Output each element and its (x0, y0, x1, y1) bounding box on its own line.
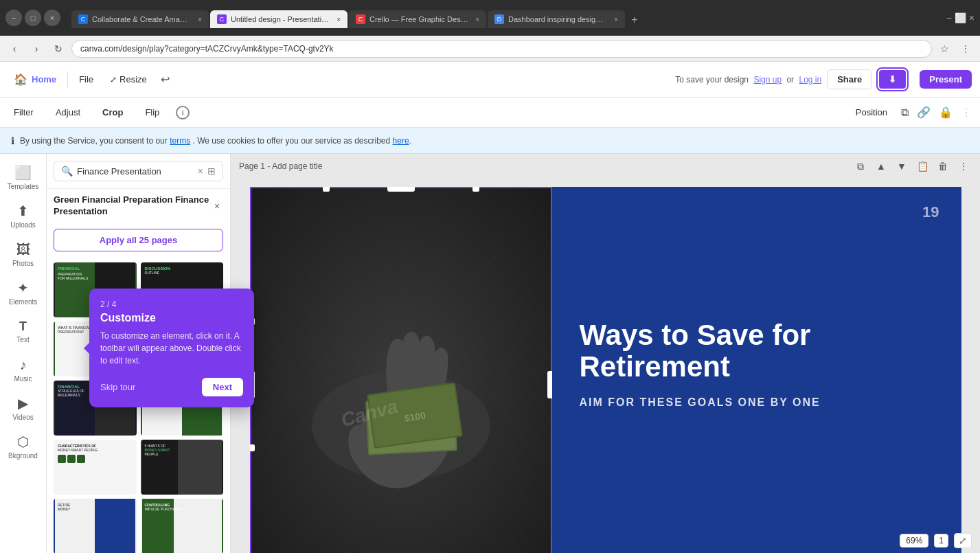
templates-icon: ⬜ (14, 164, 32, 181)
page-down-button[interactable]: ▼ (893, 158, 910, 174)
tab-2-close[interactable]: × (337, 16, 341, 23)
share-button[interactable]: Share (827, 69, 872, 89)
address-input[interactable] (71, 40, 932, 58)
link-icon[interactable]: 🔗 (917, 106, 931, 119)
slide[interactable]: $100 $100 Canva (249, 185, 963, 553)
maximize-window[interactable]: ⬜ (955, 12, 966, 23)
tooltip-description: To customize an element, click on it. A … (100, 330, 243, 367)
resize-button[interactable]: ⤢ Resize (104, 71, 152, 87)
left-panel: 🔍 × ⊞ Green Financial Preparation Financ… (47, 154, 231, 553)
sidebar-item-photos[interactable]: 🖼 Photos (5, 236, 41, 272)
template-thumb-10[interactable]: CONTROLLING IMPULSE PURCHASES (141, 499, 224, 553)
info-icon[interactable]: i (176, 106, 190, 120)
more-page-options-button[interactable]: ⋮ (955, 158, 972, 174)
tab-4[interactable]: D Dashboard inspiring designs - G... × (488, 10, 625, 28)
page-label[interactable]: Page 1 - Add page title (239, 161, 322, 171)
panel-close-button[interactable]: × (211, 198, 223, 214)
apply-all-button[interactable]: Apply all 25 pages (54, 229, 223, 251)
flip-tool-button[interactable]: Flip (139, 104, 165, 120)
music-icon: ♪ (20, 357, 27, 373)
sign-up-link[interactable]: Sign up (753, 75, 782, 84)
crop-tool-button[interactable]: Crop (97, 104, 128, 120)
lock-icon[interactable]: 🔒 (939, 106, 953, 119)
tab-3[interactable]: C Crello — Free Graphic Design So... × (349, 10, 486, 28)
zoom-level[interactable]: 69% (900, 534, 928, 548)
toolbar-divider-1 (67, 71, 68, 88)
here-link[interactable]: here (393, 136, 409, 146)
file-menu-button[interactable]: File (73, 71, 99, 87)
back-button[interactable]: ‹ (5, 40, 23, 58)
copy-page-button[interactable]: 📋 (914, 158, 931, 174)
duplicate-page-button[interactable]: ⧉ (852, 158, 869, 174)
maximize-button[interactable]: □ (25, 10, 41, 26)
terms-link[interactable]: terms (170, 136, 190, 146)
sidebar-item-templates[interactable]: ⬜ Templates (5, 159, 41, 195)
template-thumb-8[interactable]: 5 HABITS OF MONEY-SMART PEOPLE (141, 440, 224, 495)
forward-button[interactable]: › (27, 40, 45, 58)
present-button[interactable]: Present (920, 70, 972, 89)
slide-main-title[interactable]: Ways to Save for Retirement (580, 319, 934, 383)
browser-chrome: − □ × C Collaborate & Create Amazing C..… (0, 0, 980, 62)
refresh-button[interactable]: ↻ (49, 40, 67, 58)
tab-4-close[interactable]: × (614, 16, 618, 23)
search-box[interactable]: 🔍 × ⊞ (54, 161, 223, 181)
tab-3-title: Crello — Free Graphic Design So... (369, 15, 468, 23)
log-in-link[interactable]: Log in (799, 75, 821, 84)
sidebar-item-text[interactable]: T Text (5, 313, 41, 349)
tooltip-arrow (84, 343, 89, 354)
adjust-tool-button[interactable]: Adjust (50, 104, 86, 120)
search-input[interactable] (77, 166, 194, 177)
close-button[interactable]: × (44, 10, 60, 26)
sidebar-item-uploads[interactable]: ⬆ Uploads (5, 198, 41, 234)
tab-1-close[interactable]: × (198, 16, 202, 23)
page-up-button[interactable]: ▲ (873, 158, 889, 174)
tooltip-step: 2 / 4 (100, 300, 243, 309)
skip-tour-button[interactable]: Skip tour (100, 382, 135, 392)
template-thumb-9[interactable]: RETIRE MONEY (54, 499, 137, 553)
sidebar-item-music[interactable]: ♪ Music (5, 352, 41, 387)
sidebar-item-background[interactable]: ⬡ Bkground (5, 429, 41, 464)
home-button[interactable]: 🏠 Home (8, 70, 62, 89)
slide-right-panel[interactable]: 19 Ways to Save for Retirement AIM FOR T… (552, 187, 961, 553)
tab-2-favicon: C (217, 14, 227, 24)
bookmark-star[interactable]: ☆ (936, 41, 953, 57)
panel-header: Green Financial Preparation Finance Pres… (47, 189, 230, 223)
search-icon: 🔍 (61, 166, 73, 177)
template-thumb-7[interactable]: CHARACTERISTICS OF MONEY-SMART PEOPLE (54, 440, 137, 495)
clear-search-icon[interactable]: × (198, 166, 203, 177)
zoom-expand-button[interactable]: ⤢ (954, 533, 972, 548)
new-tab-button[interactable]: + (626, 12, 643, 28)
undo-button[interactable]: ↩ (158, 70, 172, 89)
slide-number: 19 (922, 203, 939, 221)
sidebar-item-elements[interactable]: ✦ Elements (5, 275, 41, 311)
sidebar-item-videos[interactable]: ▶ Videos (5, 390, 41, 426)
elements-label: Elements (9, 298, 38, 306)
home-label: Home (32, 74, 56, 84)
templates-label: Templates (8, 183, 39, 190)
home-icon: 🏠 (14, 73, 27, 86)
zoom-page-number: 1 (934, 534, 948, 548)
money-background (250, 187, 552, 553)
photos-icon: 🖼 (16, 242, 30, 258)
close-window[interactable]: × (969, 12, 975, 23)
tab-2[interactable]: C Untitled design - Presentation |... × (210, 10, 347, 28)
window-controls: − □ × (5, 10, 60, 26)
secondary-toolbar: Filter Adjust Crop Flip i Position ⧉ 🔗 🔒… (0, 98, 980, 128)
tooltip-actions: Skip tour Next (100, 378, 243, 396)
extensions-button[interactable]: ⋮ (957, 40, 975, 58)
slide-subtitle[interactable]: AIM FOR THESE GOALS ONE BY ONE (580, 396, 934, 409)
filter-icon[interactable]: ⊞ (207, 166, 216, 177)
copy-style-icon[interactable]: ⧉ (901, 106, 909, 119)
next-tooltip-button[interactable]: Next (202, 378, 243, 396)
panel-search: 🔍 × ⊞ (47, 154, 230, 189)
position-button[interactable]: Position (850, 104, 893, 120)
minimize-button[interactable]: − (5, 10, 22, 26)
tab-3-close[interactable]: × (475, 16, 479, 23)
filter-tool-button[interactable]: Filter (8, 104, 39, 120)
tab-1[interactable]: C Collaborate & Create Amazing C... × (71, 10, 209, 28)
minimize-window[interactable]: − (946, 12, 952, 23)
slide-left-photo[interactable]: $100 $100 Canva (250, 187, 552, 553)
download-button[interactable]: ⬇ (878, 69, 907, 90)
elements-icon: ✦ (17, 280, 29, 296)
delete-page-button[interactable]: 🗑 (935, 158, 951, 174)
